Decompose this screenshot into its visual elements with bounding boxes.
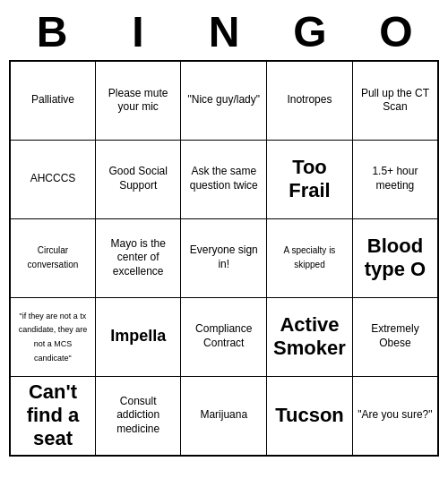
title-b: B xyxy=(16,7,88,56)
bingo-title: B I N G O xyxy=(9,0,439,60)
cell-r0-c4: Pull up the CT Scan xyxy=(352,61,438,140)
bingo-grid: PalliativePlease mute your mic"Nice guy/… xyxy=(9,60,439,457)
cell-r3-c1: Impella xyxy=(95,297,181,376)
cell-r4-c1: Consult addiction medicine xyxy=(95,376,181,456)
title-i: I xyxy=(102,7,174,56)
cell-r3-c4: Extremely Obese xyxy=(352,297,438,376)
cell-r0-c2: "Nice guy/lady" xyxy=(181,61,267,140)
cell-r4-c4: "Are you sure?" xyxy=(352,376,438,456)
cell-r3-c2: Compliance Contract xyxy=(181,297,267,376)
cell-r1-c3: Too Frail xyxy=(267,140,353,218)
title-o: O xyxy=(360,7,432,56)
cell-r4-c2: Marijuana xyxy=(181,376,267,456)
cell-r0-c0: Palliative xyxy=(10,61,95,140)
title-n: N xyxy=(188,7,260,56)
cell-r1-c2: Ask the same question twice xyxy=(181,140,267,218)
cell-r0-c1: Please mute your mic xyxy=(95,61,181,140)
cell-r1-c4: 1.5+ hour meeting xyxy=(352,140,438,218)
cell-r4-c0: Can't find a seat xyxy=(10,376,95,456)
cell-r3-c0: "if they are not a tx candidate, they ar… xyxy=(10,297,95,376)
cell-r2-c2: Everyone sign in! xyxy=(181,218,267,297)
cell-r4-c3: Tucson xyxy=(267,376,353,456)
cell-r0-c3: Inotropes xyxy=(267,61,353,140)
cell-r1-c0: AHCCCS xyxy=(10,140,95,218)
cell-r2-c4: Blood type O xyxy=(352,218,438,297)
cell-r1-c1: Good Social Support xyxy=(95,140,181,218)
title-g: G xyxy=(274,7,346,56)
cell-r2-c1: Mayo is the center of excellence xyxy=(95,218,181,297)
cell-r2-c3: A specialty is skipped xyxy=(267,218,353,297)
cell-r3-c3: Active Smoker xyxy=(267,297,353,376)
cell-r2-c0: Circular conversation xyxy=(10,218,95,297)
